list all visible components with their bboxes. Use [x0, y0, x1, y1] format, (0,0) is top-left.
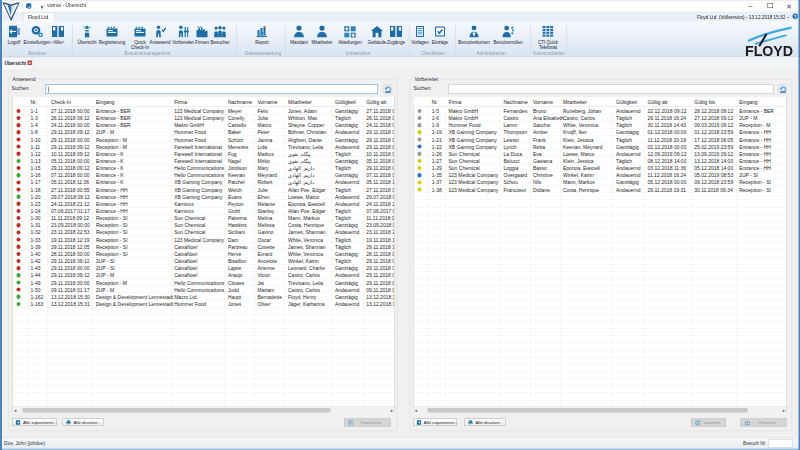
- svg-text:FLOYD: FLOYD: [745, 43, 793, 58]
